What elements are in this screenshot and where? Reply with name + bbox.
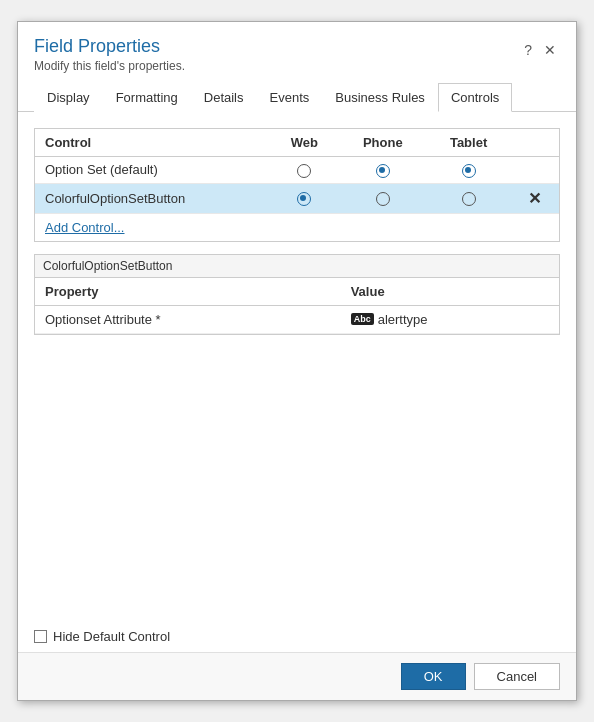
properties-section-title: ColorfulOptionSetButton	[35, 255, 559, 278]
properties-table: Property Value Optionset Attribute * Abc…	[35, 278, 559, 334]
tab-controls[interactable]: Controls	[438, 83, 512, 112]
dialog-header: Field Properties Modify this field's pro…	[18, 22, 576, 83]
web-radio-cell[interactable]	[270, 183, 339, 213]
tab-display[interactable]: Display	[34, 83, 103, 112]
phone-radio-unselected[interactable]	[376, 192, 390, 206]
tabs-bar: Display Formatting Details Events Busine…	[18, 83, 576, 112]
property-name: Optionset Attribute *	[35, 305, 341, 333]
help-button[interactable]: ?	[520, 40, 536, 60]
control-name: ColorfulOptionSetButton	[35, 183, 270, 213]
col-property: Property	[35, 278, 341, 306]
dialog-header-buttons: ? ✕	[520, 40, 560, 60]
properties-table-header: Property Value	[35, 278, 559, 306]
hide-default-control-label[interactable]: Hide Default Control	[34, 629, 170, 644]
control-name: Option Set (default)	[35, 157, 270, 184]
col-value: Value	[341, 278, 559, 306]
controls-table-header: Control Web Phone Tablet	[35, 129, 559, 157]
phone-radio-cell[interactable]	[339, 183, 427, 213]
hide-default-control-checkbox[interactable]	[34, 630, 47, 643]
table-row: ColorfulOptionSetButton ✕	[35, 183, 559, 213]
tablet-radio-cell[interactable]	[427, 183, 511, 213]
web-radio-selected[interactable]	[297, 192, 311, 206]
dialog-footer: OK Cancel	[18, 652, 576, 700]
table-row: Option Set (default)	[35, 157, 559, 184]
add-control-anchor[interactable]: Add Control...	[35, 214, 125, 241]
tablet-radio-selected[interactable]	[462, 164, 476, 178]
close-button[interactable]: ✕	[540, 40, 560, 60]
property-value-cell: Abc alerttype	[341, 305, 559, 333]
tab-events[interactable]: Events	[257, 83, 323, 112]
phone-radio-selected[interactable]	[376, 164, 390, 178]
footer-area: Hide Default Control	[18, 621, 576, 652]
web-radio-unselected[interactable]	[297, 164, 311, 178]
controls-table: Control Web Phone Tablet Option Set (def…	[35, 129, 559, 214]
phone-radio-cell[interactable]	[339, 157, 427, 184]
delete-cell[interactable]: ✕	[511, 183, 559, 213]
dialog-title: Field Properties	[34, 36, 185, 57]
dialog-title-area: Field Properties Modify this field's pro…	[34, 36, 185, 83]
value-text: alerttype	[378, 312, 428, 327]
tablet-radio-unselected[interactable]	[462, 192, 476, 206]
web-radio-cell[interactable]	[270, 157, 339, 184]
tab-details[interactable]: Details	[191, 83, 257, 112]
add-control-link[interactable]: Add Control...	[35, 214, 559, 241]
field-properties-dialog: Field Properties Modify this field's pro…	[17, 21, 577, 701]
cancel-button[interactable]: Cancel	[474, 663, 560, 690]
ok-button[interactable]: OK	[401, 663, 466, 690]
delete-control-button[interactable]: ✕	[528, 189, 541, 208]
table-row: Optionset Attribute * Abc alerttype	[35, 305, 559, 333]
tab-formatting[interactable]: Formatting	[103, 83, 191, 112]
tablet-radio-cell[interactable]	[427, 157, 511, 184]
properties-section: ColorfulOptionSetButton Property Value O…	[34, 254, 560, 335]
controls-table-section: Control Web Phone Tablet Option Set (def…	[34, 128, 560, 242]
col-phone: Phone	[339, 129, 427, 157]
hide-default-control-text: Hide Default Control	[53, 629, 170, 644]
col-tablet: Tablet	[427, 129, 511, 157]
col-control: Control	[35, 129, 270, 157]
value-cell: Abc alerttype	[351, 312, 549, 327]
dialog-body: Control Web Phone Tablet Option Set (def…	[18, 112, 576, 621]
tab-business-rules[interactable]: Business Rules	[322, 83, 438, 112]
value-type-icon: Abc	[351, 313, 374, 325]
dialog-subtitle: Modify this field's properties.	[34, 59, 185, 73]
col-web: Web	[270, 129, 339, 157]
